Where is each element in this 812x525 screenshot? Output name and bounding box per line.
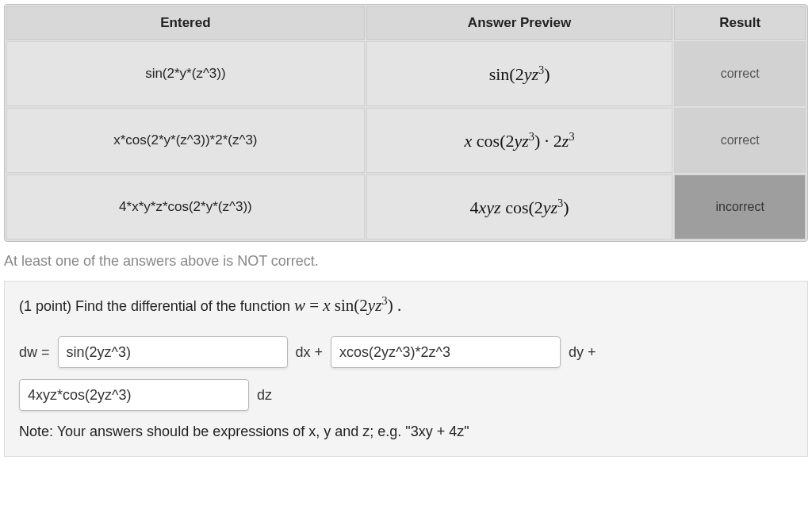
result-cell: correct bbox=[674, 41, 806, 106]
entered-cell: x*cos(2*y*(z^3))*2*(z^3) bbox=[113, 132, 257, 148]
result-cell: correct bbox=[674, 108, 806, 173]
preview-cell: 4xyz cos(2yz3) bbox=[470, 197, 569, 217]
header-result: Result bbox=[674, 6, 806, 40]
result-cell: incorrect bbox=[674, 174, 806, 240]
prompt-text: Find the differential of the function bbox=[75, 298, 290, 314]
dw-label: dw = bbox=[19, 344, 50, 361]
answer-row-2: dz bbox=[19, 379, 793, 411]
answer-row: dw = dx + dy + bbox=[19, 336, 793, 368]
dz-input[interactable] bbox=[19, 379, 249, 411]
entered-cell: sin(2*y*(z^3)) bbox=[145, 66, 226, 81]
preview-cell: x cos(2yz3) · 2z3 bbox=[465, 131, 575, 151]
header-preview: Answer Preview bbox=[366, 6, 673, 40]
warning-message: At least one of the answers above is NOT… bbox=[4, 253, 808, 270]
points-label: (1 point) bbox=[19, 298, 71, 314]
dy-label: dy + bbox=[569, 344, 596, 361]
table-row: x*cos(2*y*(z^3))*2*(z^3) x cos(2yz3) · 2… bbox=[6, 108, 806, 173]
header-entered: Entered bbox=[6, 6, 365, 40]
problem-statement: (1 point) Find the differential of the f… bbox=[19, 294, 793, 316]
dz-label: dz bbox=[257, 387, 272, 404]
note-text: Note: Your answers should be expressions… bbox=[19, 423, 793, 440]
problem-box: (1 point) Find the differential of the f… bbox=[4, 281, 808, 457]
dx-input[interactable] bbox=[58, 336, 288, 368]
table-row: 4*x*y*z*cos(2*y*(z^3)) 4xyz cos(2yz3) in… bbox=[6, 174, 806, 240]
dy-input[interactable] bbox=[331, 336, 561, 368]
entered-cell: 4*x*y*z*cos(2*y*(z^3)) bbox=[119, 199, 252, 214]
preview-cell: sin(2yz3) bbox=[489, 64, 550, 84]
dx-label: dx + bbox=[296, 344, 324, 361]
results-table: Entered Answer Preview Result sin(2*y*(z… bbox=[4, 4, 808, 242]
table-row: sin(2*y*(z^3)) sin(2yz3) correct bbox=[6, 41, 806, 106]
